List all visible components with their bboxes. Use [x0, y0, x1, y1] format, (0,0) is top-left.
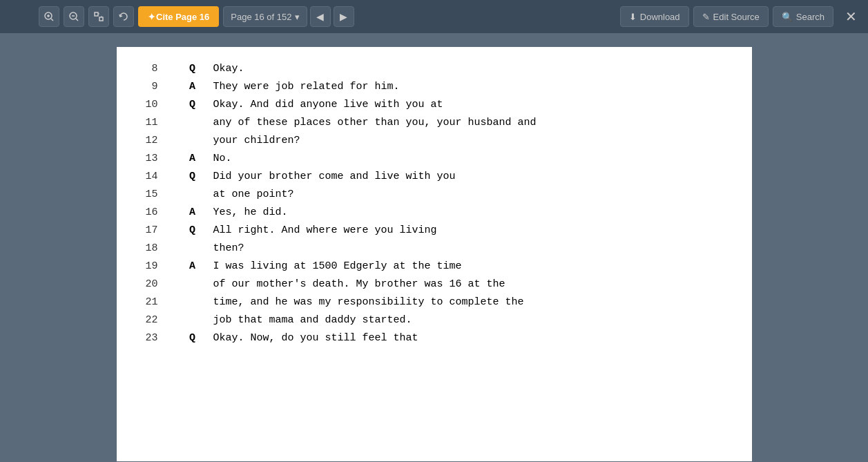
cite-page-button[interactable]: ✦ Cite Page 16 [138, 6, 219, 27]
line-speaker: A [172, 79, 213, 95]
zoom-out-icon [69, 12, 79, 21]
edit-source-button[interactable]: ✎ Edit Source [693, 6, 769, 27]
line-number: 12 [137, 133, 172, 149]
page-nav-label: Page 16 of 152 [231, 12, 291, 22]
line-text: time, and he was my responsibility to co… [213, 294, 731, 311]
toolbar: ✦ Cite Page 16 Page 16 of 152 ▾ ◀ ▶ ⬇ Do… [0, 0, 868, 33]
line-row: 9AThey were job related for him. [137, 79, 731, 95]
line-row: 16AYes, he did. [137, 204, 731, 221]
fit-icon [94, 12, 104, 21]
zoom-in-icon [44, 12, 54, 21]
download-button[interactable]: ⬇ Download [620, 6, 689, 27]
line-text: All right. And where were you living [213, 222, 731, 239]
line-speaker: A [172, 151, 213, 167]
line-text: job that mama and daddy started. [213, 312, 731, 329]
line-row: 15at one point? [137, 186, 731, 203]
download-label: Download [640, 12, 680, 22]
line-number: 20 [137, 276, 172, 293]
zoom-out-button[interactable] [64, 6, 84, 27]
line-text: then? [213, 240, 731, 257]
line-number: 21 [137, 294, 172, 311]
next-page-button[interactable]: ▶ [334, 6, 354, 27]
line-number: 8 [137, 61, 172, 77]
line-row: 8QOkay. [137, 61, 731, 77]
line-row: 12your children? [137, 133, 731, 149]
line-number: 17 [137, 222, 172, 239]
rotate-icon [119, 12, 128, 21]
prev-page-button[interactable]: ◀ [310, 6, 331, 27]
svg-line-3 [51, 19, 53, 21]
line-speaker: Q [172, 169, 213, 185]
line-text: No. [213, 151, 731, 167]
rotate-button[interactable] [113, 6, 134, 27]
line-row: 14QDid your brother come and live with y… [137, 169, 731, 185]
line-text: Okay. And did anyone live with you at [213, 97, 731, 113]
line-row: 13ANo. [137, 151, 731, 167]
search-label: Search [796, 12, 824, 22]
line-number: 9 [137, 79, 172, 95]
fit-page-button[interactable] [88, 6, 109, 27]
line-text: of our mother's death. My brother was 16… [213, 276, 731, 293]
line-number: 22 [137, 312, 172, 329]
svg-rect-7 [95, 12, 98, 16]
line-number: 23 [137, 330, 172, 347]
line-speaker: Q [172, 222, 213, 239]
line-text: Did your brother come and live with you [213, 169, 731, 185]
line-speaker: Q [172, 330, 213, 347]
line-text: Okay. [213, 61, 731, 77]
chevron-down-icon: ▾ [295, 12, 300, 22]
document-page: 8QOkay.9AThey were job related for him.1… [117, 47, 752, 461]
line-row: 17QAll right. And where were you living [137, 222, 731, 239]
line-number: 19 [137, 258, 172, 275]
line-row: 10QOkay. And did anyone live with you at [137, 97, 731, 113]
line-number: 14 [137, 169, 172, 185]
line-text: any of these places other than you, your… [213, 115, 731, 131]
line-number: 16 [137, 204, 172, 221]
next-page-icon: ▶ [340, 11, 347, 22]
prev-page-icon: ◀ [316, 11, 324, 22]
edit-icon: ✎ [702, 12, 710, 22]
line-number: 11 [137, 115, 172, 131]
cite-label: Cite Page 16 [156, 12, 209, 22]
line-row: 20of our mother's death. My brother was … [137, 276, 731, 293]
zoom-in-button[interactable] [39, 6, 59, 27]
line-row: 23QOkay. Now, do you still feel that [137, 330, 731, 347]
line-number: 15 [137, 186, 172, 203]
line-number: 18 [137, 240, 172, 257]
line-row: 19AI was living at 1500 Edgerly at the t… [137, 258, 731, 275]
line-row: 11any of these places other than you, yo… [137, 115, 731, 131]
line-text: Okay. Now, do you still feel that [213, 330, 731, 347]
svg-line-6 [76, 19, 78, 21]
line-text: Yes, he did. [213, 204, 731, 221]
line-text: your children? [213, 133, 731, 149]
line-number: 13 [137, 151, 172, 167]
download-icon: ⬇ [629, 12, 637, 22]
line-row: 22job that mama and daddy started. [137, 312, 731, 329]
close-icon: ✕ [845, 8, 857, 25]
search-icon: 🔍 [782, 12, 793, 22]
line-text: They were job related for him. [213, 79, 731, 95]
line-row: 21time, and he was my responsibility to … [137, 294, 731, 311]
line-number: 10 [137, 97, 172, 113]
svg-rect-8 [99, 17, 103, 21]
edit-source-label: Edit Source [713, 12, 760, 22]
line-speaker: Q [172, 97, 213, 113]
page-nav-dropdown[interactable]: Page 16 of 152 ▾ [223, 6, 307, 27]
cite-icon: ✦ [148, 12, 155, 22]
line-speaker: A [172, 204, 213, 221]
line-text: at one point? [213, 186, 731, 203]
line-row: 18then? [137, 240, 731, 257]
line-speaker: Q [172, 61, 213, 77]
line-text: I was living at 1500 Edgerly at the time [213, 258, 731, 275]
search-button[interactable]: 🔍 Search [773, 6, 833, 27]
close-button[interactable]: ✕ [840, 6, 861, 27]
content-area: 8QOkay.9AThey were job related for him.1… [0, 33, 868, 462]
line-speaker: A [172, 258, 213, 275]
